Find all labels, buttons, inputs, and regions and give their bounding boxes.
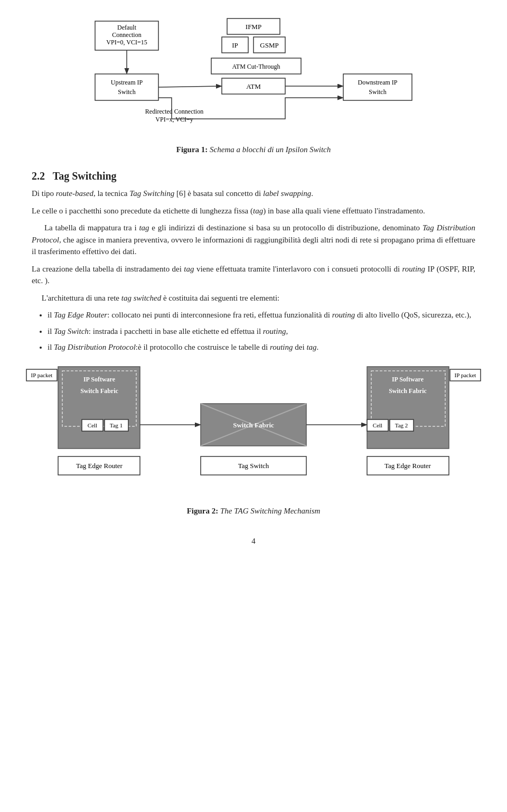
section-22: 2.2 Tag Switching Di tipo route-based, l… xyxy=(32,170,475,353)
svg-text:VPI=x, VCI=y: VPI=x, VCI=y xyxy=(155,116,193,123)
svg-text:Switch Fabric: Switch Fabric xyxy=(389,387,427,395)
fig2-caption: Figura 2: The TAG Switching Mechanism xyxy=(187,507,321,516)
paragraph-3: La tabella di mappatura tra i tag e gli … xyxy=(32,222,475,258)
section-title-text: Tag Switching xyxy=(53,170,117,182)
svg-text:VPI=0, VCI=15: VPI=0, VCI=15 xyxy=(106,39,147,46)
svg-text:IP packet: IP packet xyxy=(455,372,476,378)
fig2-caption-italic: The TAG Switching Mechanism xyxy=(220,507,320,515)
fig1-diagram: Default Connection VPI=0, VCI=15 Upstrea… xyxy=(90,16,417,137)
fig2-caption-bold: Figura 2: xyxy=(187,507,219,515)
fig1-svg: Default Connection VPI=0, VCI=15 Upstrea… xyxy=(90,16,417,137)
svg-text:Redirected Connection: Redirected Connection xyxy=(145,108,203,115)
svg-text:Default: Default xyxy=(117,24,137,31)
fig1-caption-bold: Figura 1: xyxy=(176,145,208,154)
svg-text:Switch: Switch xyxy=(118,88,135,96)
paragraph-4: La creazione della tabella di instradame… xyxy=(32,263,475,287)
section-number: 2.2 xyxy=(32,170,45,182)
svg-text:ATM Cut-Through: ATM Cut-Through xyxy=(232,63,280,70)
svg-text:Upstream IP: Upstream IP xyxy=(111,79,143,86)
svg-text:Tag 1: Tag 1 xyxy=(110,422,123,428)
svg-text:ATM: ATM xyxy=(246,82,261,90)
svg-text:Tag 2: Tag 2 xyxy=(395,422,408,428)
paragraph-5: L'architettura di una rete tag switched … xyxy=(32,292,475,304)
fig2-diagram: IP packet IP Software Switch Fabric Cell… xyxy=(26,364,481,501)
svg-text:Connection: Connection xyxy=(112,31,141,39)
bullet-3: il Tag Distribution Protocol:è il protoc… xyxy=(48,341,475,353)
svg-text:Tag Edge Router: Tag Edge Router xyxy=(384,462,431,470)
bullet-2: il Tag Switch: instrada i pacchetti in b… xyxy=(48,325,475,338)
svg-rect-4 xyxy=(95,74,158,100)
svg-text:IP packet: IP packet xyxy=(31,372,53,378)
svg-text:Tag Switch: Tag Switch xyxy=(238,462,269,470)
svg-text:IP Software: IP Software xyxy=(392,376,424,383)
figure2: IP packet IP Software Switch Fabric Cell… xyxy=(32,364,475,516)
page-number: 4 xyxy=(32,537,475,546)
svg-text:Switch: Switch xyxy=(369,88,386,96)
bullet-list: il Tag Edge Router: collocato nei punti … xyxy=(48,309,475,353)
svg-text:IP: IP xyxy=(232,41,238,49)
bullet-1: il Tag Edge Router: collocato nei punti … xyxy=(48,309,475,321)
section-title: 2.2 Tag Switching xyxy=(32,170,475,182)
svg-rect-17 xyxy=(343,74,412,100)
svg-text:Switch Fabric: Switch Fabric xyxy=(233,421,274,429)
svg-text:GSMP: GSMP xyxy=(260,41,278,49)
svg-text:Tag Edge Router: Tag Edge Router xyxy=(76,462,123,470)
figure1: Default Connection VPI=0, VCI=15 Upstrea… xyxy=(32,16,475,154)
paragraph-1: Di tipo route-based, la tecnica Tag Swit… xyxy=(32,188,475,200)
fig1-caption-italic: Schema a blocchi di un Ipsilon Switch xyxy=(210,145,331,154)
svg-text:Cell: Cell xyxy=(88,422,97,428)
svg-line-23 xyxy=(158,86,221,87)
fig2-svg: IP packet IP Software Switch Fabric Cell… xyxy=(26,364,481,501)
svg-text:IP Software: IP Software xyxy=(83,376,116,383)
svg-text:Switch Fabric: Switch Fabric xyxy=(80,387,118,395)
svg-text:IFMP: IFMP xyxy=(246,23,261,31)
svg-text:Downstream IP: Downstream IP xyxy=(358,79,398,86)
page-number-text: 4 xyxy=(251,537,256,545)
fig1-caption: Figura 1: Schema a blocchi di un Ipsilon… xyxy=(176,145,331,154)
svg-text:Cell: Cell xyxy=(373,422,382,428)
paragraph-2: Le celle o i pacchetthi sono precedute d… xyxy=(32,205,475,217)
